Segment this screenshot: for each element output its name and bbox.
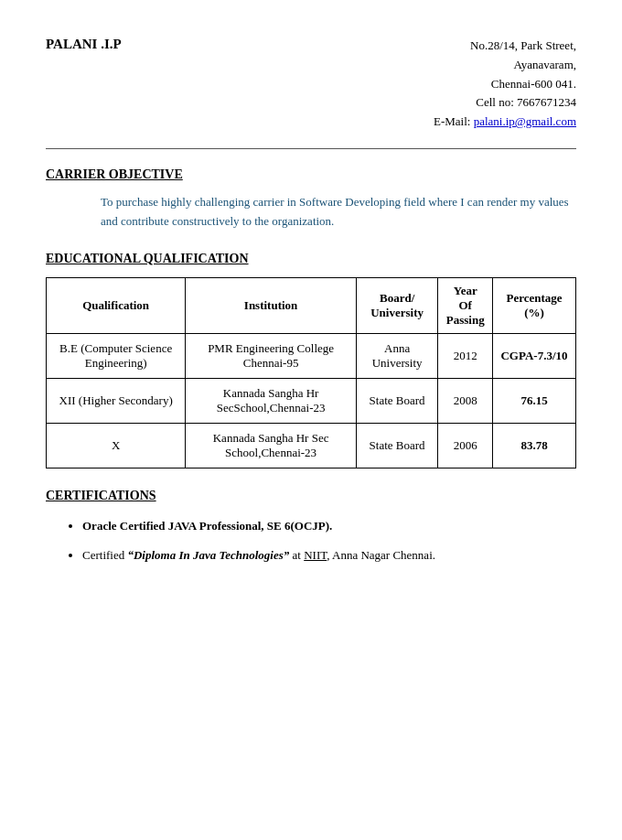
cell-board: State Board [356,378,437,423]
address-line1: No.28/14, Park Street, [434,37,576,56]
header-name-block: PALANI .I.P [46,37,122,56]
col-percentage: Percentage (%) [493,277,576,333]
list-item: Oracle Certified JAVA Professional, SE 6… [82,514,576,538]
education-title: EDUCATIONAL QUALIFICATION [46,252,576,266]
email-link[interactable]: palani.ip@gmail.com [474,114,576,128]
cell-board: Anna University [356,333,437,378]
certifications-title: CERTIFICATIONS [46,489,576,503]
cell-year: 2006 [438,423,493,468]
list-item: Certified “Diploma In Java Technologies”… [82,544,576,567]
education-section: EDUCATIONAL QUALIFICATION Qualification … [46,252,576,468]
cell-number: Cell no: 7667671234 [434,93,576,113]
education-table: Qualification Institution Board/Universi… [46,277,576,468]
cell-year: 2008 [438,378,493,423]
col-qualification: Qualification [47,277,186,333]
cell-institution: Kannada Sangha Hr Sec School,Chennai-23 [186,423,357,468]
cert-text-2: Certified “Diploma In Java Technologies”… [82,548,435,562]
header-section: PALANI .I.P No.28/14, Park Street, Ayana… [46,37,576,132]
resume-page: PALANI .I.P No.28/14, Park Street, Ayana… [0,0,622,840]
cell-board: State Board [356,423,437,468]
cell-qualification: B.E (Computer Science Engineering) [47,333,186,378]
col-board: Board/University [356,277,437,333]
col-year: Year OfPassing [438,277,493,333]
table-row: XII (Higher Secondary) Kannada Sangha Hr… [47,378,576,423]
col-institution: Institution [186,277,357,333]
carrier-objective-title: CARRIER OBJECTIVE [46,167,576,182]
address-line3: Chennai-600 041. [434,75,576,94]
certifications-list: Oracle Certified JAVA Professional, SE 6… [82,514,576,567]
header-divider [46,148,576,149]
certifications-section: CERTIFICATIONS Oracle Certified JAVA Pro… [46,489,576,567]
cell-institution: PMR Engineering College Chennai-95 [186,333,357,378]
cell-qualification: X [47,423,186,468]
cell-percentage: CGPA-7.3/10 [493,333,576,378]
table-header-row: Qualification Institution Board/Universi… [47,277,576,333]
cell-year: 2012 [438,333,493,378]
email-line: E-Mail: palani.ip@gmail.com [434,113,576,132]
objective-text: To purchase highly challenging carrier i… [101,193,576,232]
full-name: PALANI .I.P [46,37,122,52]
carrier-objective-section: CARRIER OBJECTIVE To purchase highly cha… [46,167,576,232]
cell-institution: Kannada Sangha Hr SecSchool,Chennai-23 [186,378,357,423]
cert-text-1: Oracle Certified JAVA Professional, SE 6… [82,519,332,533]
cell-qualification: XII (Higher Secondary) [47,378,186,423]
header-address-block: No.28/14, Park Street, Ayanavaram, Chenn… [434,37,576,132]
email-label: E-Mail: [434,114,474,128]
address-line2: Ayanavaram, [434,56,576,75]
cell-percentage: 83.78 [493,423,576,468]
cell-percentage: 76.15 [493,378,576,423]
table-row: X Kannada Sangha Hr Sec School,Chennai-2… [47,423,576,468]
table-row: B.E (Computer Science Engineering) PMR E… [47,333,576,378]
